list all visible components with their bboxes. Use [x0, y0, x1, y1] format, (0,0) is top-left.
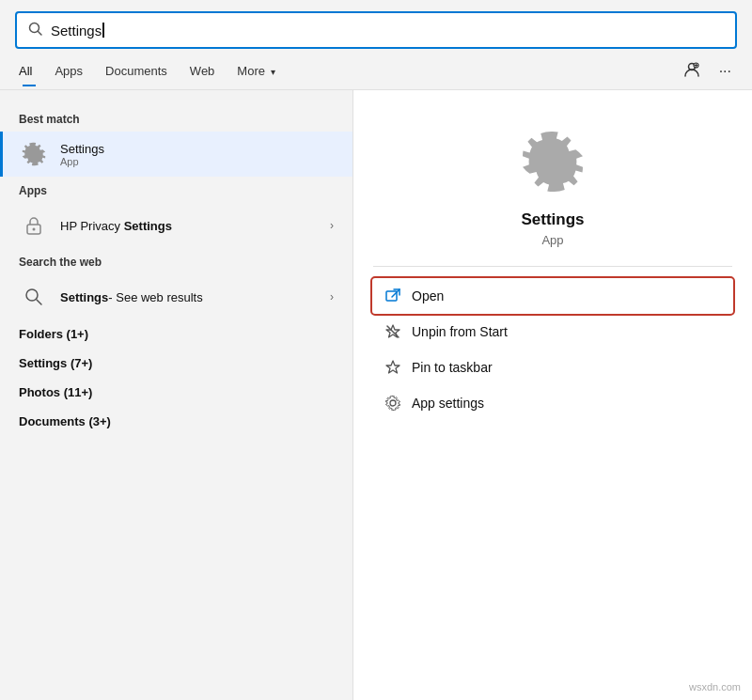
- best-match-text: Settings App: [60, 142, 334, 167]
- hp-privacy-settings-item[interactable]: HP Privacy Settings ›: [0, 203, 352, 248]
- app-type-label: App: [541, 233, 563, 247]
- pin-taskbar-label: Pin to taskbar: [412, 360, 493, 375]
- web-search-icon: [19, 282, 49, 312]
- search-input[interactable]: Settings: [51, 23, 724, 39]
- folders-section[interactable]: Folders (1+): [0, 319, 352, 349]
- svg-point-16: [390, 400, 396, 406]
- best-match-header: Best match: [0, 105, 352, 132]
- best-match-subtitle: App: [60, 156, 334, 167]
- app-settings-icon: [384, 394, 402, 412]
- people-icon-button[interactable]: [678, 57, 706, 86]
- watermark: wsxdn.com: [689, 681, 741, 692]
- lock-icon: [19, 210, 49, 241]
- unpin-icon: [384, 322, 402, 341]
- svg-rect-13: [386, 291, 397, 301]
- web-search-item[interactable]: Settings- See web results ›: [0, 274, 352, 319]
- app-name-large: Settings: [521, 210, 584, 229]
- more-dropdown-arrow: ▾: [271, 67, 275, 77]
- apps-section-header: Apps: [0, 177, 352, 203]
- svg-line-14: [392, 289, 400, 297]
- tab-documents[interactable]: Documents: [94, 56, 179, 86]
- action-list: Open Unpin from Start: [353, 278, 752, 421]
- hp-privacy-arrow: ›: [330, 219, 334, 232]
- open-action[interactable]: Open: [372, 278, 733, 314]
- best-match-title: Settings: [60, 142, 334, 156]
- photos-section[interactable]: Photos (11+): [0, 378, 352, 407]
- pin-taskbar-action[interactable]: Pin to taskbar: [372, 350, 733, 385]
- right-panel: Settings App Open: [352, 90, 752, 700]
- search-bar[interactable]: Settings: [15, 11, 737, 49]
- svg-point-9: [26, 289, 38, 301]
- tab-all[interactable]: All: [15, 56, 43, 86]
- app-settings-action[interactable]: App settings: [372, 385, 733, 421]
- svg-line-10: [37, 300, 41, 304]
- svg-line-1: [39, 31, 42, 35]
- svg-point-8: [33, 228, 36, 231]
- documents-section[interactable]: Documents (3+): [0, 407, 352, 436]
- web-search-title: Settings- See web results: [60, 290, 330, 304]
- unpin-action[interactable]: Unpin from Start: [372, 314, 733, 350]
- pin-taskbar-icon: [384, 358, 402, 377]
- settings-section[interactable]: Settings (7+): [0, 349, 352, 378]
- web-search-arrow: ›: [330, 290, 334, 303]
- open-icon: [384, 287, 402, 305]
- best-match-item[interactable]: Settings App: [0, 132, 352, 177]
- ellipsis-button[interactable]: ···: [713, 59, 737, 84]
- open-label: Open: [412, 288, 444, 303]
- main-content: Best match Settings App Apps: [0, 90, 752, 700]
- hp-privacy-title: HP Privacy Settings: [60, 219, 330, 233]
- hp-privacy-text: HP Privacy Settings: [60, 219, 330, 233]
- search-value: Settings: [51, 23, 102, 39]
- web-search-text: Settings- See web results: [60, 290, 330, 304]
- left-panel: Best match Settings App Apps: [0, 90, 352, 700]
- app-settings-label: App settings: [412, 396, 484, 411]
- search-icon: [28, 22, 43, 39]
- tab-apps[interactable]: Apps: [43, 56, 94, 86]
- app-icon-large: [519, 128, 587, 210]
- tab-more[interactable]: More ▾: [226, 56, 286, 86]
- web-search-header: Search the web: [0, 248, 352, 274]
- divider: [373, 266, 732, 267]
- unpin-label: Unpin from Start: [412, 324, 508, 339]
- tab-web[interactable]: Web: [179, 56, 227, 86]
- tabs-bar: All Apps Documents Web More ▾ ···: [0, 53, 752, 90]
- tabs-right-actions: ···: [678, 57, 737, 86]
- settings-icon-small: [19, 139, 49, 169]
